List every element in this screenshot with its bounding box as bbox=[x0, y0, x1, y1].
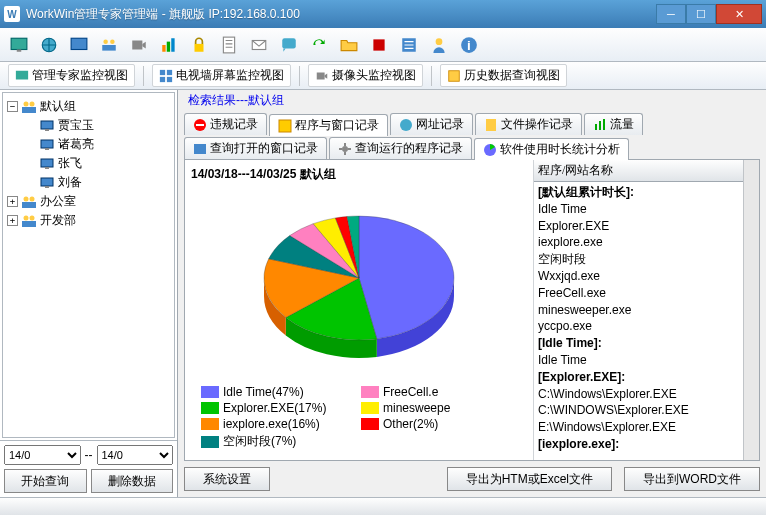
svg-rect-14 bbox=[282, 38, 296, 48]
svg-rect-24 bbox=[167, 76, 172, 81]
status-bar bbox=[0, 497, 766, 515]
tool-screen-icon[interactable] bbox=[66, 32, 92, 58]
tool-folder-icon[interactable] bbox=[336, 32, 362, 58]
tree-user[interactable]: 贾宝玉 bbox=[39, 116, 170, 135]
tree-user[interactable]: 刘备 bbox=[39, 173, 170, 192]
chart-legend: Idle Time(47%) FreeCell.e Explorer.EXE(1… bbox=[191, 381, 527, 454]
svg-point-42 bbox=[30, 215, 35, 220]
tool-document-icon[interactable] bbox=[216, 32, 242, 58]
chart-date-range: 14/03/18---14/03/25 默认组 bbox=[191, 166, 527, 183]
tool-users-icon[interactable] bbox=[96, 32, 122, 58]
collapse-icon[interactable]: − bbox=[7, 101, 18, 112]
svg-rect-51 bbox=[603, 119, 605, 130]
window-title: WorkWin管理专家管理端 - 旗舰版 IP:192.168.0.100 bbox=[26, 6, 656, 23]
tree-user[interactable]: 张飞 bbox=[39, 154, 170, 173]
tool-info-icon[interactable]: i bbox=[456, 32, 482, 58]
svg-point-41 bbox=[24, 215, 29, 220]
subtab-program-records[interactable]: 查询运行的程序记录 bbox=[329, 137, 472, 159]
tool-monitor-icon[interactable] bbox=[6, 32, 32, 58]
svg-point-28 bbox=[30, 101, 35, 106]
tree-group-dev[interactable]: + 开发部 bbox=[7, 211, 170, 230]
tab-program-window[interactable]: 程序与窗口记录 bbox=[269, 114, 388, 136]
app-icon: W bbox=[4, 6, 20, 22]
svg-rect-32 bbox=[41, 140, 53, 148]
window-titlebar: W WorkWin管理专家管理端 - 旗舰版 IP:192.168.0.100 … bbox=[0, 0, 766, 28]
svg-rect-46 bbox=[279, 120, 291, 132]
delete-data-button[interactable]: 删除数据 bbox=[91, 469, 174, 493]
svg-rect-48 bbox=[486, 119, 496, 131]
svg-rect-1 bbox=[17, 49, 22, 51]
svg-point-47 bbox=[400, 119, 412, 131]
tree-user[interactable]: 诸葛亮 bbox=[39, 135, 170, 154]
svg-rect-21 bbox=[160, 69, 165, 74]
tool-mail-icon[interactable] bbox=[246, 32, 272, 58]
svg-rect-10 bbox=[171, 38, 174, 52]
maximize-button[interactable]: ☐ bbox=[686, 4, 716, 24]
svg-rect-6 bbox=[102, 45, 116, 51]
expand-icon[interactable]: + bbox=[7, 196, 18, 207]
tab-url[interactable]: 网址记录 bbox=[390, 113, 473, 135]
tool-lock-icon[interactable] bbox=[186, 32, 212, 58]
svg-rect-31 bbox=[45, 129, 49, 131]
svg-rect-50 bbox=[599, 121, 601, 130]
svg-rect-33 bbox=[45, 148, 49, 150]
tool-list-icon[interactable] bbox=[396, 32, 422, 58]
svg-point-38 bbox=[24, 196, 29, 201]
vertical-scrollbar[interactable] bbox=[743, 160, 759, 460]
close-button[interactable]: ✕ bbox=[716, 4, 762, 24]
view-camera[interactable]: 摄像头监控视图 bbox=[308, 64, 423, 87]
tree-group-default[interactable]: − 默认组 bbox=[7, 97, 170, 116]
view-monitor[interactable]: 管理专家监控视图 bbox=[8, 64, 135, 87]
tool-person-icon[interactable] bbox=[426, 32, 452, 58]
svg-rect-3 bbox=[71, 38, 87, 49]
svg-rect-35 bbox=[45, 167, 49, 169]
start-query-button[interactable]: 开始查询 bbox=[4, 469, 87, 493]
list-header[interactable]: 程序/网站名称 bbox=[534, 160, 743, 182]
date-from-select[interactable]: 14/0 bbox=[4, 445, 81, 465]
svg-rect-34 bbox=[41, 159, 53, 167]
minimize-button[interactable]: ─ bbox=[656, 4, 686, 24]
subtab-usage-stats[interactable]: 软件使用时长统计分析 bbox=[474, 138, 629, 160]
svg-rect-52 bbox=[194, 144, 206, 154]
tool-camera-icon[interactable] bbox=[126, 32, 152, 58]
svg-point-5 bbox=[110, 39, 115, 44]
tool-chart-icon[interactable] bbox=[156, 32, 182, 58]
tab-file-ops[interactable]: 文件操作记录 bbox=[475, 113, 582, 135]
svg-rect-43 bbox=[22, 221, 36, 227]
tree-group-office[interactable]: + 办公室 bbox=[7, 192, 170, 211]
tool-refresh-icon[interactable] bbox=[306, 32, 332, 58]
record-type-tabs: 违规记录 程序与窗口记录 网址记录 文件操作记录 流量 bbox=[178, 111, 766, 135]
left-panel: − 默认组 贾宝玉诸葛亮张飞刘备 + 办公室 + 开发部 14/0 -- 14/… bbox=[0, 90, 178, 497]
tool-stop-icon[interactable] bbox=[366, 32, 392, 58]
group-tree[interactable]: − 默认组 贾宝玉诸葛亮张飞刘备 + 办公室 + 开发部 bbox=[2, 92, 175, 438]
svg-rect-25 bbox=[317, 72, 325, 79]
view-tvwall[interactable]: 电视墙屏幕监控视图 bbox=[152, 64, 291, 87]
svg-rect-36 bbox=[41, 178, 53, 186]
svg-point-39 bbox=[30, 196, 35, 201]
export-word-button[interactable]: 导出到WORD文件 bbox=[624, 467, 760, 491]
svg-rect-11 bbox=[195, 43, 204, 51]
svg-rect-29 bbox=[22, 107, 36, 113]
date-to-select[interactable]: 14/0 bbox=[97, 445, 174, 465]
svg-point-17 bbox=[436, 38, 443, 45]
tool-globe-icon[interactable] bbox=[36, 32, 62, 58]
system-settings-button[interactable]: 系统设置 bbox=[184, 467, 270, 491]
tool-chat-icon[interactable] bbox=[276, 32, 302, 58]
main-toolbar: i bbox=[0, 28, 766, 62]
subtab-window-records[interactable]: 查询打开的窗口记录 bbox=[184, 137, 327, 159]
tab-traffic[interactable]: 流量 bbox=[584, 113, 643, 135]
svg-rect-0 bbox=[11, 38, 27, 49]
export-html-excel-button[interactable]: 导出为HTM或Excel文件 bbox=[447, 467, 612, 491]
tab-violation[interactable]: 违规记录 bbox=[184, 113, 267, 135]
svg-point-53 bbox=[342, 146, 348, 152]
svg-rect-49 bbox=[595, 124, 597, 130]
svg-rect-9 bbox=[167, 41, 170, 51]
expand-icon[interactable]: + bbox=[7, 215, 18, 226]
svg-rect-15 bbox=[373, 39, 384, 50]
view-tabs: 管理专家监控视图 电视墙屏幕监控视图 摄像头监控视图 历史数据查询视图 bbox=[0, 62, 766, 90]
view-history[interactable]: 历史数据查询视图 bbox=[440, 64, 567, 87]
search-result-label: 检索结果---默认组 bbox=[178, 90, 766, 111]
svg-text:i: i bbox=[467, 37, 471, 52]
svg-rect-37 bbox=[45, 186, 49, 188]
list-body[interactable]: [默认组累计时长]:Idle TimeExplorer.EXEiexplore.… bbox=[534, 182, 743, 460]
